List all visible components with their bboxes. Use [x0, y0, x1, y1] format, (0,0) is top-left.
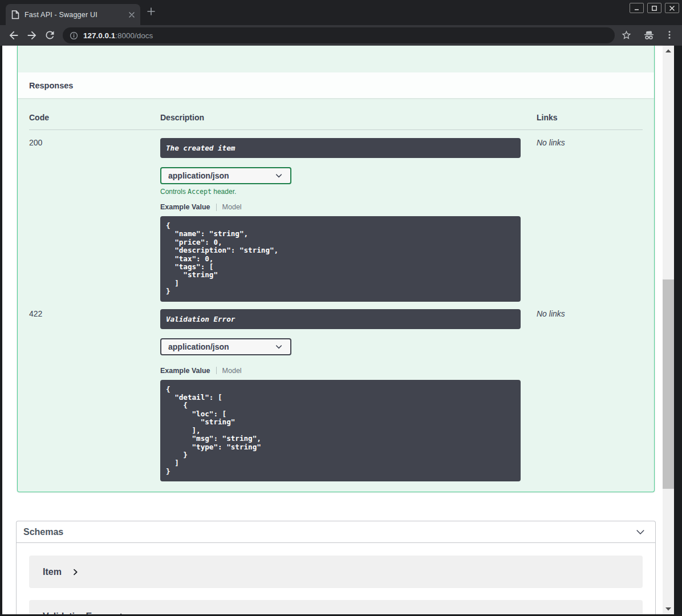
responses-section-header: Responses [18, 72, 654, 98]
chevron-down-icon[interactable] [635, 526, 646, 538]
scroll-down-icon[interactable] [663, 605, 674, 613]
schema-validationerror[interactable]: ValidationError [29, 600, 643, 614]
example-model-tabs-422: Example Value Model [160, 367, 537, 375]
example-json-422: { "detail": [ { "loc": [ "string" ], "ms… [160, 380, 521, 481]
tab-title: Fast API - Swagger UI [25, 11, 129, 19]
responses-table-header: Code Description Links [29, 113, 643, 130]
forward-icon[interactable] [26, 29, 38, 42]
chevron-down-icon [274, 171, 283, 180]
browser-window: Fast API - Swagger UI [0, 0, 682, 616]
browser-toolbar: 127.0.0.1:8000/docs [0, 25, 682, 46]
media-type-value-422: application/json [168, 342, 229, 351]
back-icon[interactable] [7, 29, 20, 42]
site-info-icon[interactable] [70, 31, 78, 40]
window-controls [630, 3, 679, 13]
accept-note-prefix: Controls [160, 188, 188, 196]
scroll-up-icon[interactable] [663, 47, 674, 55]
tab-divider [216, 204, 217, 211]
media-type-select-422[interactable]: application/json [160, 338, 291, 355]
responses-table: Code Description Links 200 The created i… [18, 98, 654, 492]
new-tab-icon[interactable] [147, 7, 155, 15]
url-host: 127.0.0.1 [83, 31, 115, 40]
maximize-button[interactable] [647, 3, 661, 13]
close-button[interactable] [665, 3, 679, 13]
incognito-icon [643, 29, 655, 42]
schema-item[interactable]: Item [29, 556, 643, 588]
chevron-down-icon [274, 342, 283, 351]
browser-tab[interactable]: Fast API - Swagger UI [6, 4, 140, 25]
media-type-value-200: application/json [168, 171, 229, 180]
status-code-200: 200 [29, 138, 160, 302]
url-path: :8000/docs [115, 31, 153, 40]
links-column-header: Links [537, 113, 643, 122]
responses-heading: Responses [29, 81, 73, 90]
tab-close-icon[interactable] [129, 12, 135, 18]
document-icon [11, 10, 19, 19]
media-type-select-200[interactable]: application/json [160, 167, 291, 184]
response-200-description: The created item [160, 138, 521, 158]
swagger-content: Responses Code Description Links 200 The… [2, 46, 663, 614]
tab-example-value-200[interactable]: Example Value [160, 203, 210, 211]
response-422-description: Validation Error [160, 309, 521, 329]
response-422-description-cell: Validation Error application/json Exampl… [160, 309, 537, 481]
schemas-section: Schemas Item ValidationError [16, 521, 656, 614]
url-text: 127.0.0.1:8000/docs [83, 31, 153, 40]
code-column-header: Code [29, 113, 160, 122]
links-200: No links [537, 138, 643, 302]
schema-item-name: Item [43, 567, 62, 577]
tab-model-422[interactable]: Model [222, 367, 242, 375]
response-row-422: 422 Validation Error application/json Ex… [29, 309, 643, 481]
page-viewport: Responses Code Description Links 200 The… [2, 46, 674, 614]
links-422: No links [537, 309, 643, 481]
tab-model-200[interactable]: Model [222, 203, 242, 211]
url-bar[interactable]: 127.0.0.1:8000/docs [63, 27, 615, 43]
response-200-description-cell: The created item application/json Contro… [160, 138, 537, 302]
opblock-post: Responses Code Description Links 200 The… [17, 46, 655, 492]
page-scrollbar[interactable] [663, 46, 674, 614]
status-code-422: 422 [29, 309, 160, 481]
minimize-button[interactable] [630, 3, 644, 13]
chevron-right-icon [117, 612, 127, 614]
chevron-right-icon [71, 568, 80, 577]
tab-example-value-422[interactable]: Example Value [160, 367, 210, 375]
schema-validationerror-name: ValidationError [43, 611, 108, 614]
opblock-spacer [18, 46, 654, 72]
reload-icon[interactable] [44, 29, 56, 41]
example-model-tabs-200: Example Value Model [160, 203, 537, 211]
accept-header-note: Controls Accept header. [160, 188, 537, 196]
response-row-200: 200 The created item application/json Co… [29, 138, 643, 302]
accept-note-code: Accept [188, 188, 212, 196]
tab-divider [216, 367, 217, 374]
menu-kebab-icon[interactable] [664, 30, 675, 40]
scrollbar-thumb[interactable] [663, 279, 674, 489]
accept-note-suffix: header. [212, 188, 236, 196]
bookmark-star-icon[interactable] [621, 30, 632, 40]
schemas-heading: Schemas [23, 527, 63, 537]
schemas-header[interactable]: Schemas [17, 521, 655, 543]
schemas-body: Item ValidationError [17, 543, 655, 614]
title-bar: Fast API - Swagger UI [0, 0, 682, 25]
example-json-200: { "name": "string", "price": 0, "descrip… [160, 216, 521, 302]
description-column-header: Description [160, 113, 537, 122]
